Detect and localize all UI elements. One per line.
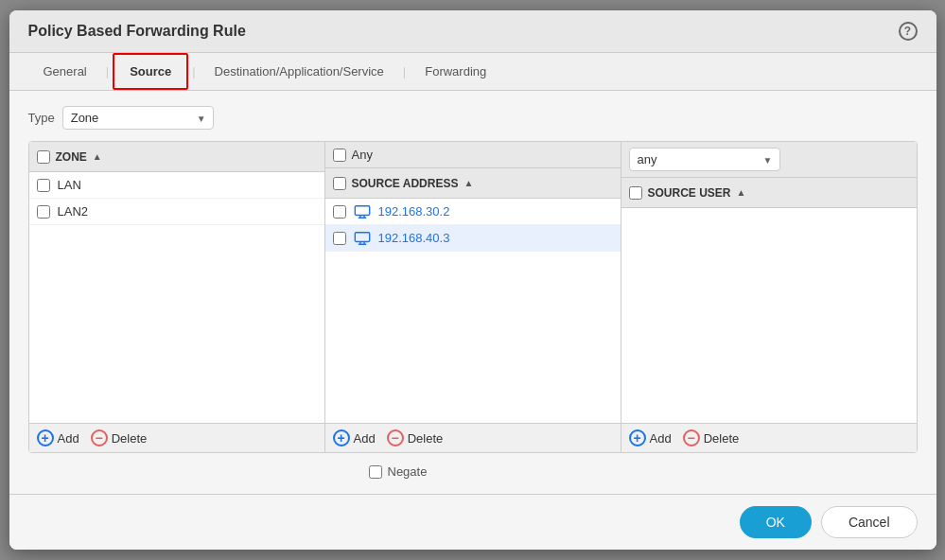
source-user-header-label: SOURCE USER bbox=[648, 186, 731, 200]
zone-sort-icon[interactable]: ▲ bbox=[93, 151, 102, 162]
zone-item-lan2[interactable]: LAN2 bbox=[29, 199, 324, 225]
any-checkbox[interactable] bbox=[333, 149, 346, 162]
policy-forwarding-dialog: Policy Based Forwarding Rule ? General |… bbox=[9, 10, 936, 550]
source-user-delete-label: Delete bbox=[704, 431, 740, 446]
panels-row: ZONE ▲ LAN LAN2 + Add bbox=[28, 141, 918, 453]
dialog-header: Policy Based Forwarding Rule ? bbox=[9, 10, 936, 53]
tab-divider-3: | bbox=[399, 64, 410, 79]
source-address-header-label: SOURCE ADDRESS bbox=[352, 177, 459, 190]
zone-add-button[interactable]: + Add bbox=[37, 429, 79, 446]
zone-panel-footer: + Add − Delete bbox=[29, 423, 324, 452]
tab-divider-2: | bbox=[188, 64, 199, 79]
zone-delete-button[interactable]: − Delete bbox=[91, 429, 148, 446]
source-address-sort-icon[interactable]: ▲ bbox=[464, 178, 473, 188]
cancel-button[interactable]: Cancel bbox=[821, 506, 918, 538]
source-user-dropdown-row: any ▼ bbox=[621, 142, 917, 178]
source-user-add-icon: + bbox=[629, 429, 646, 446]
type-select-wrapper: Zone Address IP Address ▼ bbox=[62, 106, 214, 130]
source-address-header: SOURCE ADDRESS ▲ bbox=[325, 168, 621, 199]
source-user-select-wrapper: any ▼ bbox=[629, 148, 780, 171]
source-address-select-all-checkbox[interactable] bbox=[333, 177, 346, 190]
tab-source[interactable]: Source bbox=[113, 53, 188, 90]
source-user-add-button[interactable]: + Add bbox=[629, 429, 672, 446]
source-user-items bbox=[621, 208, 917, 423]
source-addr2-link[interactable]: 192.168.40.3 bbox=[378, 231, 450, 245]
source-address-item-2[interactable]: 192.168.40.3 bbox=[325, 225, 621, 252]
source-address-delete-icon: − bbox=[387, 429, 404, 446]
source-user-add-label: Add bbox=[650, 431, 672, 446]
zone-panel-header: ZONE ▲ bbox=[29, 142, 324, 172]
source-address-panel: Any SOURCE ADDRESS ▲ bbox=[325, 142, 621, 452]
source-addr1-checkbox[interactable] bbox=[333, 205, 346, 219]
svg-rect-4 bbox=[355, 232, 369, 241]
source-user-delete-button[interactable]: − Delete bbox=[683, 429, 740, 446]
monitor-icon-2 bbox=[354, 232, 371, 245]
zone-delete-label: Delete bbox=[112, 431, 148, 446]
source-address-items: 192.168.30.2 192.168.40.3 bbox=[325, 199, 621, 423]
source-user-panel: any ▼ SOURCE USER ▲ + Add bbox=[621, 142, 917, 452]
source-addr2-checkbox[interactable] bbox=[333, 232, 346, 245]
any-label: Any bbox=[352, 148, 373, 162]
zone-item-lan[interactable]: LAN bbox=[29, 172, 324, 199]
zone-lan-label: LAN bbox=[58, 178, 81, 192]
tab-divider-1: | bbox=[102, 64, 113, 79]
zone-delete-icon: − bbox=[91, 429, 108, 446]
source-user-header: SOURCE USER ▲ bbox=[621, 178, 917, 208]
help-icon[interactable]: ? bbox=[899, 22, 918, 41]
zone-header-label: ZONE bbox=[56, 150, 87, 164]
zone-lan-checkbox[interactable] bbox=[37, 179, 50, 192]
tab-destination[interactable]: Destination/Application/Service bbox=[200, 55, 399, 88]
zone-panel-items: LAN LAN2 bbox=[29, 172, 324, 423]
zone-lan2-checkbox[interactable] bbox=[37, 205, 50, 219]
source-user-select-all-checkbox[interactable] bbox=[629, 186, 642, 200]
monitor-icon-1 bbox=[354, 205, 371, 219]
source-user-delete-icon: − bbox=[683, 429, 700, 446]
ok-button[interactable]: OK bbox=[740, 506, 812, 538]
source-address-delete-label: Delete bbox=[408, 431, 444, 446]
type-select[interactable]: Zone Address IP Address bbox=[62, 106, 214, 130]
source-user-select[interactable]: any bbox=[629, 148, 780, 171]
source-address-delete-button[interactable]: − Delete bbox=[387, 429, 444, 446]
zone-lan2-label: LAN2 bbox=[58, 204, 89, 219]
negate-label: Negate bbox=[388, 464, 428, 479]
negate-row: Negate bbox=[28, 464, 918, 479]
source-address-footer: + Add − Delete bbox=[325, 423, 621, 452]
tabs-bar: General | Source | Destination/Applicati… bbox=[9, 53, 936, 91]
negate-checkbox[interactable] bbox=[369, 465, 382, 479]
source-address-add-button[interactable]: + Add bbox=[333, 429, 376, 446]
source-addr1-link[interactable]: 192.168.30.2 bbox=[378, 204, 450, 219]
zone-add-icon: + bbox=[37, 429, 54, 446]
svg-rect-0 bbox=[355, 205, 369, 215]
source-address-add-label: Add bbox=[354, 431, 376, 446]
source-user-sort-icon[interactable]: ▲ bbox=[737, 187, 746, 198]
dialog-body: Type Zone Address IP Address ▼ ZONE ▲ bbox=[9, 91, 936, 494]
zone-select-all-checkbox[interactable] bbox=[37, 150, 50, 164]
source-address-add-icon: + bbox=[333, 429, 350, 446]
tab-forwarding[interactable]: Forwarding bbox=[410, 55, 501, 88]
source-user-footer: + Add − Delete bbox=[621, 423, 917, 452]
dialog-footer: OK Cancel bbox=[9, 494, 936, 550]
any-row: Any bbox=[325, 142, 621, 168]
type-row: Type Zone Address IP Address ▼ bbox=[28, 106, 918, 130]
type-label: Type bbox=[28, 111, 55, 125]
zone-panel: ZONE ▲ LAN LAN2 + Add bbox=[29, 142, 325, 452]
tab-general[interactable]: General bbox=[28, 55, 102, 88]
dialog-title: Policy Based Forwarding Rule bbox=[28, 23, 246, 40]
source-address-item-1[interactable]: 192.168.30.2 bbox=[325, 199, 621, 225]
zone-add-label: Add bbox=[58, 431, 79, 446]
